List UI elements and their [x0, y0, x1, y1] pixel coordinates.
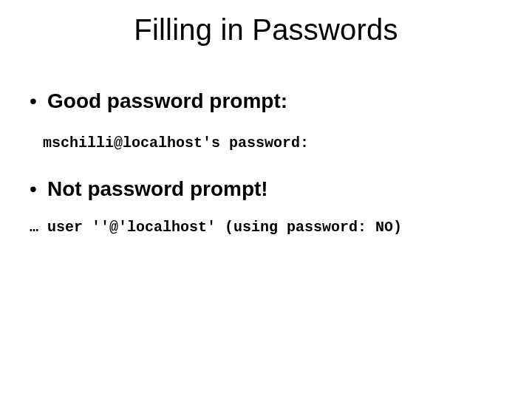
bullet-item: • Good password prompt: [30, 89, 502, 114]
slide: Filling in Passwords • Good password pro… [0, 0, 532, 399]
bullet-label: Not password prompt! [47, 177, 268, 202]
slide-title: Filling in Passwords [0, 13, 532, 47]
bullet-item: • Not password prompt! [30, 177, 502, 202]
bullet-dot-icon: • [30, 177, 47, 202]
code-line: … user ''@'localhost' (using password: N… [30, 219, 502, 236]
slide-body: • Good password prompt: mschilli@localho… [30, 89, 502, 236]
code-line: mschilli@localhost's password: [34, 134, 502, 151]
bullet-dot-icon: • [30, 89, 47, 114]
bullet-label: Good password prompt: [47, 89, 287, 114]
